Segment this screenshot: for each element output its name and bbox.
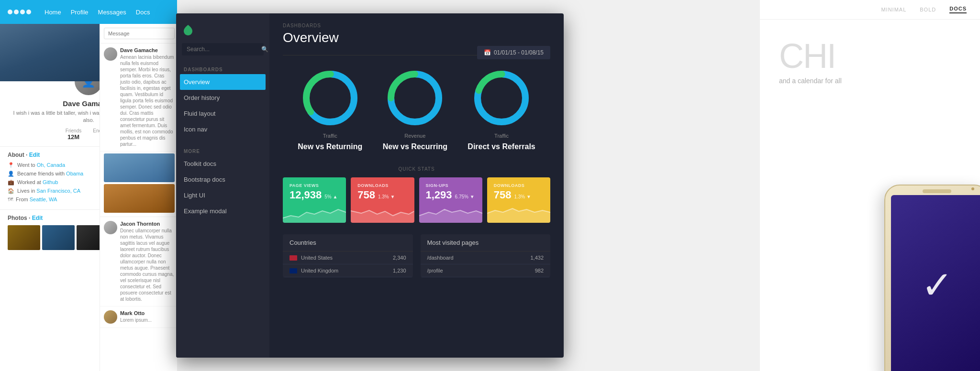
chat-image-2: [104, 184, 175, 213]
left-nav-bar: Home Profile Messages Docs: [0, 0, 177, 24]
work-icon: 💼: [8, 179, 14, 186]
phone-mockup: ✓: [798, 84, 980, 371]
person-icon: 👤: [8, 171, 14, 177]
donut-svg-3: [470, 67, 533, 129]
donut-3: [470, 67, 533, 129]
about-text-4: From Seattle, WA: [16, 196, 57, 202]
date-range-label: 01/01/15 - 01/08/15: [494, 49, 544, 56]
nav-messages[interactable]: Messages: [98, 9, 126, 16]
right-nav-docs[interactable]: DOCS: [949, 6, 967, 13]
sidebar-item-example-modal[interactable]: Example modal: [176, 203, 269, 219]
countries-table: Countries United States 2,340 United Kin…: [283, 234, 413, 277]
more-section-label: MORE: [176, 145, 269, 156]
dash-logo-icon: [184, 25, 192, 35]
chat-item-0[interactable]: Dave Gamache Aenean lacinia bibendum nul…: [100, 44, 177, 152]
stat-value-2: 1,293: [426, 189, 452, 201]
stat-label-0: PAGE VIEWS: [290, 183, 339, 188]
checkmark-icon: ✓: [921, 263, 953, 307]
sidebar-item-light-ui[interactable]: Light UI: [176, 187, 269, 203]
chat-panel: Dave Gamache Aenean lacinia bibendum nul…: [100, 24, 177, 371]
about-edit-link[interactable]: Edit: [29, 152, 40, 158]
flag-us: [290, 255, 297, 261]
charts-row: Traffic New vs Returning Revenue New vs …: [283, 67, 550, 151]
right-nav-bar: MINIMAL BOLD DOCS: [760, 0, 980, 20]
chat-item-1[interactable]: Jacon Thornton Donec ullamcorper nulla n…: [100, 217, 177, 306]
donut-svg-2: [384, 67, 446, 129]
stat-card-downloads-yellow: DOWNLOADS 758 1.3% ▼: [487, 177, 550, 223]
sidebar-item-fluid-layout[interactable]: Fluid layout: [176, 106, 269, 121]
stat-value-1: 758: [357, 189, 375, 201]
tables-row: Countries United States 2,340 United Kin…: [283, 234, 550, 277]
sidebar-item-order-history[interactable]: Order history: [176, 90, 269, 106]
phone-notch: [923, 189, 951, 193]
table-row-0: United States 2,340: [283, 251, 413, 264]
wave-0: [283, 204, 346, 223]
logo[interactable]: [8, 10, 31, 14]
chart-3-title: Direct vs Referrals: [468, 142, 535, 151]
donut-svg-1: [299, 67, 361, 129]
about-text-3: Lives in San Francisco, CA: [17, 188, 80, 194]
wave-3: [487, 204, 550, 223]
chart-2-title: New vs Recurring: [383, 142, 447, 151]
location-icon: 📍: [8, 162, 14, 168]
sidebar-item-toolkit[interactable]: Toolkit docs: [176, 156, 269, 172]
photos-edit-link[interactable]: Edit: [32, 215, 43, 221]
chart-revenue-recurring: Revenue New vs Recurring: [383, 67, 447, 151]
right-nav-bold[interactable]: BOLD: [920, 7, 936, 12]
chat-content-1: Jacon Thornton Donec ullamcorper nulla n…: [120, 221, 175, 302]
nav-home[interactable]: Home: [45, 9, 61, 16]
most-visited-table: Most visited pages /dashboard 1,432 /pro…: [421, 234, 551, 277]
chat-input-area: [100, 24, 177, 44]
stat-label-1: DOWNLOADS: [357, 183, 407, 188]
flag-uk: [290, 268, 297, 273]
wave-1: [351, 204, 414, 223]
dashboards-section-label: DASHBOARDS: [176, 63, 269, 74]
chart-traffic-referrals: Traffic Direct vs Referrals: [468, 67, 535, 151]
visited-row-1: /profile 982: [421, 264, 551, 277]
dashboard-modal: 🔍 DASHBOARDS Overview Order history Flui…: [176, 13, 564, 358]
nav-profile[interactable]: Profile: [71, 9, 89, 16]
visited-row-0: /dashboard 1,432: [421, 251, 551, 264]
stats-row: PAGE VIEWS 12,938 5% ▲: [283, 177, 550, 223]
sidebar-item-bootstrap[interactable]: Bootstrap docs: [176, 172, 269, 187]
message-input[interactable]: [104, 28, 175, 39]
right-panel: MINIMAL BOLD DOCS CHI and a calendar for…: [760, 0, 980, 371]
wave-2: [419, 204, 482, 223]
search-icon: 🔍: [261, 46, 268, 53]
chat-avatar-1: [104, 221, 117, 234]
sidebar-item-overview[interactable]: Overview: [180, 74, 266, 90]
photo-thumb-2[interactable]: [42, 225, 75, 250]
chart-3-category: Traffic: [494, 133, 509, 139]
donut-1: [299, 67, 361, 129]
right-nav-minimal[interactable]: MINIMAL: [881, 7, 906, 12]
chart-1-category: Traffic: [323, 133, 337, 139]
stat-change-3: 1.3% ▼: [514, 194, 531, 199]
home-icon: 🏠: [8, 188, 14, 194]
friends-stat: Friends 12M: [66, 128, 81, 141]
calendar-icon: 📅: [484, 49, 491, 56]
right-subtitle: and a calendar for all: [779, 77, 961, 85]
stat-card-downloads-red: DOWNLOADS 758 1.3% ▼: [351, 177, 414, 223]
countries-table-header: Countries: [283, 234, 413, 251]
phone-screen: ✓: [891, 195, 980, 371]
chat-avatar-2: [104, 310, 117, 324]
dashboard-sidebar: 🔍 DASHBOARDS Overview Order history Flui…: [176, 13, 269, 358]
most-visited-header: Most visited pages: [421, 234, 551, 251]
stat-label-3: DOWNLOADS: [494, 183, 544, 188]
page-title: Overview: [283, 30, 550, 45]
chat-item-2[interactable]: Mark Otto Lorem ipsum...: [100, 306, 177, 328]
sidebar-search-input[interactable]: [187, 46, 258, 53]
sidebar-search[interactable]: 🔍: [182, 43, 264, 55]
chat-content-0: Dave Gamache Aenean lacinia bibendum nul…: [120, 47, 175, 147]
nav-docs[interactable]: Docs: [136, 9, 150, 16]
map-icon: 🗺: [8, 196, 13, 202]
photo-thumb-1[interactable]: [8, 225, 40, 250]
donut-2: [384, 67, 446, 129]
chart-2-category: Revenue: [404, 133, 425, 139]
stat-card-pageviews: PAGE VIEWS 12,938 5% ▲: [283, 177, 346, 223]
stat-change-2: 6.75% ▼: [455, 194, 475, 199]
stat-value-0: 12,938: [290, 189, 322, 201]
stat-card-signups: SIGN-UPS 1,293 6.75% ▼: [419, 177, 482, 223]
sidebar-item-icon-nav[interactable]: Icon nav: [176, 121, 269, 137]
date-picker-button[interactable]: 📅 01/01/15 - 01/08/15: [477, 46, 550, 59]
